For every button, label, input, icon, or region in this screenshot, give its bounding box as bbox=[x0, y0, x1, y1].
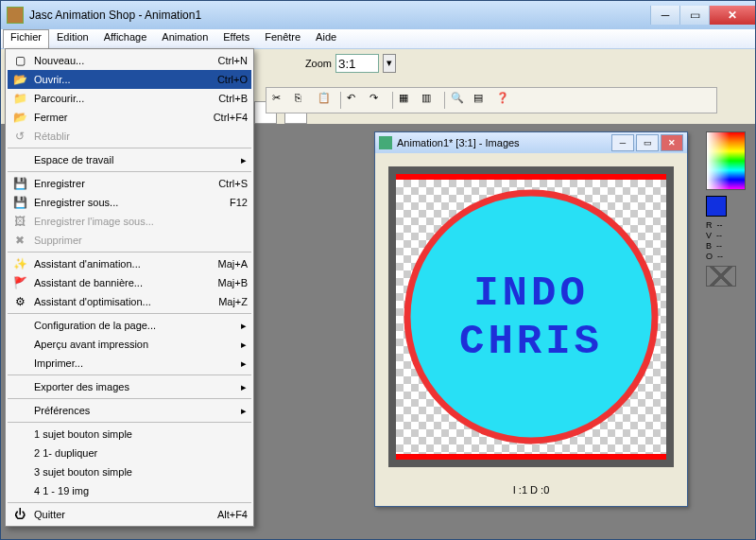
artwork-circle: INDO CHRIS bbox=[404, 190, 659, 444]
menu-workspace[interactable]: Espace de travail ▸ bbox=[8, 150, 251, 169]
wizard-banner-icon: 🚩 bbox=[11, 275, 28, 290]
help-pointer-icon[interactable]: ❓ bbox=[496, 92, 513, 109]
app-icon bbox=[7, 7, 24, 24]
undo-icon[interactable]: ↶ bbox=[347, 92, 364, 109]
doc-maximize-button[interactable]: ▭ bbox=[636, 134, 659, 151]
document-window[interactable]: Animation1* [3:1] - Images ─ ▭ ✕ INDO CH… bbox=[374, 131, 688, 507]
file-dropdown: ▢ Nouveau... Ctrl+N 📂 Ouvrir... Ctrl+O 📁… bbox=[5, 48, 254, 527]
menu-close[interactable]: 📂 Fermer Ctrl+F4 bbox=[8, 108, 251, 127]
menu-view[interactable]: Affichage bbox=[96, 29, 155, 48]
close-folder-icon: 📂 bbox=[11, 110, 28, 125]
save-as-icon: 💾 bbox=[11, 195, 28, 210]
doc-status: I :1 D :0 bbox=[375, 480, 687, 499]
save-image-icon: 🖾 bbox=[11, 214, 28, 229]
zoom-input[interactable] bbox=[335, 54, 379, 73]
search-icon[interactable]: 🔍 bbox=[451, 92, 468, 109]
menu-fx[interactable]: Effets bbox=[215, 29, 257, 48]
revert-icon: ↺ bbox=[11, 129, 28, 144]
zoom-dropdown-button[interactable]: ▾ bbox=[383, 54, 396, 73]
doc-title: Animation1* [3:1] - Images bbox=[397, 137, 520, 148]
menu-wizard-banner[interactable]: 🚩 Assistant de bannière... Maj+B bbox=[8, 273, 251, 292]
submenu-arrow-icon: ▸ bbox=[240, 339, 248, 351]
menu-window[interactable]: Fenêtre bbox=[257, 29, 308, 48]
menu-recent-3[interactable]: 3 sujet bouton simple bbox=[8, 462, 251, 481]
submenu-arrow-icon: ▸ bbox=[240, 405, 248, 417]
foreground-swatch[interactable] bbox=[706, 196, 727, 217]
submenu-arrow-icon: ▸ bbox=[240, 357, 248, 370]
menu-recent-1[interactable]: 1 sujet bouton simple bbox=[8, 425, 251, 444]
menu-save-as[interactable]: 💾 Enregistrer sous... F12 bbox=[8, 193, 251, 212]
frame-tool-icon[interactable]: ▦ bbox=[399, 92, 416, 109]
cut-icon[interactable]: ✂ bbox=[272, 92, 289, 109]
canvas-checker[interactable]: INDO CHRIS bbox=[396, 180, 666, 454]
frame-border: INDO CHRIS bbox=[388, 166, 674, 467]
copy-icon[interactable]: ⎘ bbox=[295, 92, 312, 109]
colors-icon[interactable]: ▤ bbox=[473, 92, 490, 109]
redo-icon[interactable]: ↷ bbox=[369, 92, 387, 109]
menu-save-image-as: 🖾 Enregistrer l'image sous... bbox=[8, 212, 251, 231]
quit-icon: ⏻ bbox=[11, 507, 28, 522]
rgb-readout: R -- V -- B -- O -- bbox=[706, 220, 747, 262]
menu-anim[interactable]: Animation bbox=[154, 29, 215, 48]
menu-help[interactable]: Aide bbox=[308, 29, 344, 48]
doc-close-button[interactable]: ✕ bbox=[661, 134, 683, 151]
menu-print-preview[interactable]: Aperçu avant impression ▸ bbox=[8, 335, 251, 354]
color-picker-gradient[interactable] bbox=[706, 131, 746, 190]
close-button[interactable]: ✕ bbox=[709, 6, 755, 25]
menu-save[interactable]: 💾 Enregistrer Ctrl+S bbox=[8, 174, 251, 193]
menu-preferences[interactable]: Préférences ▸ bbox=[8, 401, 251, 420]
browse-icon: 📁 bbox=[11, 91, 28, 106]
menu-delete: ✖ Supprimer bbox=[8, 231, 251, 250]
save-icon: 💾 bbox=[11, 176, 28, 191]
menu-recent-4[interactable]: 4 1 - 19 img bbox=[8, 481, 251, 500]
menubar: Fichier Edition Affichage Animation Effe… bbox=[1, 29, 755, 49]
zoom-label: Zoom bbox=[305, 58, 332, 69]
artwork-text-1: INDO bbox=[473, 269, 589, 317]
menu-revert: ↺ Rétablir bbox=[8, 127, 251, 146]
open-folder-icon: 📂 bbox=[11, 72, 28, 87]
secondary-toolbar: ✂ ⎘ 📋 ↶ ↷ ▦ ▥ 🔍 ▤ ❓ bbox=[266, 87, 717, 113]
doc-minimize-button[interactable]: ─ bbox=[611, 134, 634, 151]
wizard-anim-icon: ✨ bbox=[11, 256, 28, 271]
no-color-swatch[interactable] bbox=[706, 266, 736, 287]
menu-print[interactable]: Imprimer... ▸ bbox=[8, 354, 251, 373]
doc-icon bbox=[379, 136, 392, 149]
menu-recent-2[interactable]: 2 1- dupliquer bbox=[8, 444, 251, 462]
submenu-arrow-icon: ▸ bbox=[240, 320, 248, 332]
menu-export-images[interactable]: Exporter des images ▸ bbox=[8, 377, 251, 396]
menu-page-setup[interactable]: Configuration de la page... ▸ bbox=[8, 316, 251, 335]
menu-browse[interactable]: 📁 Parcourir... Ctrl+B bbox=[8, 89, 251, 108]
window-title: Jasc Animation Shop - Animation1 bbox=[29, 9, 201, 22]
submenu-arrow-icon: ▸ bbox=[240, 154, 248, 166]
artwork-text-2: CHRIS bbox=[459, 317, 603, 365]
menu-open[interactable]: 📂 Ouvrir... Ctrl+O bbox=[8, 70, 251, 89]
paste-icon[interactable]: 📋 bbox=[318, 92, 335, 109]
maximize-button[interactable]: ▭ bbox=[679, 6, 709, 25]
delete-icon: ✖ bbox=[11, 233, 28, 248]
frame-tool2-icon[interactable]: ▥ bbox=[421, 92, 438, 109]
menu-new[interactable]: ▢ Nouveau... Ctrl+N bbox=[8, 51, 251, 70]
new-file-icon: ▢ bbox=[11, 53, 28, 68]
menu-file[interactable]: Fichier bbox=[3, 29, 49, 48]
menu-quit[interactable]: ⏻ Quitter Alt+F4 bbox=[8, 505, 251, 524]
menu-wizard-animation[interactable]: ✨ Assistant d'animation... Maj+A bbox=[8, 254, 251, 273]
submenu-arrow-icon: ▸ bbox=[240, 381, 248, 393]
menu-edit[interactable]: Edition bbox=[49, 29, 96, 48]
wizard-opt-icon: ⚙ bbox=[11, 294, 28, 309]
menu-wizard-optimize[interactable]: ⚙ Assistant d'optimisation... Maj+Z bbox=[8, 292, 251, 311]
minimize-button[interactable]: ─ bbox=[650, 6, 679, 25]
